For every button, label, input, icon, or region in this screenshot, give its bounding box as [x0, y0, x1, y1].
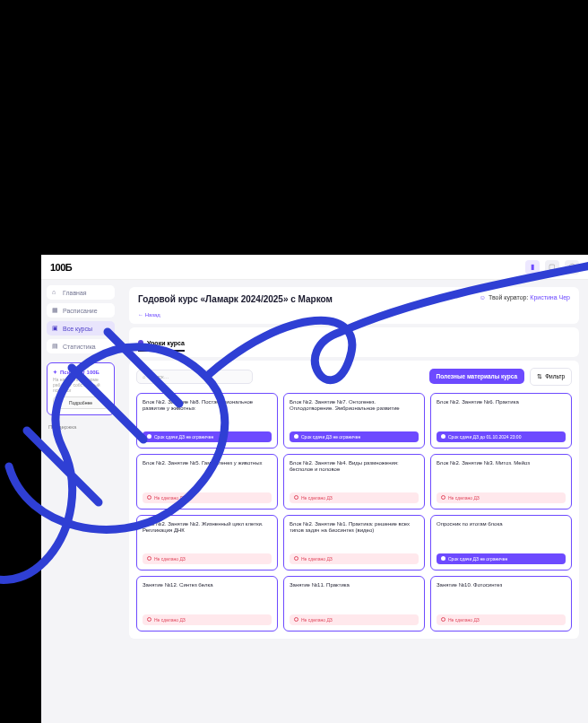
- stats-icon: ▤: [52, 343, 59, 350]
- deadline-badge: Срок сдачи ДЗ не ограничен: [437, 553, 566, 564]
- filter-button[interactable]: ⇅Фильтр: [530, 368, 572, 386]
- lessons-panel: ⌕Поиск… Полезные материалы курса ⇅Фильтр…: [129, 361, 579, 639]
- notdone-badge: Не сделано ДЗ: [143, 553, 272, 564]
- lesson-card[interactable]: Опросник по итогам блокаСрок сдачи ДЗ не…: [430, 515, 572, 571]
- sidebar-item-label: Статистика: [63, 344, 96, 350]
- notdone-badge: Не сделано ДЗ: [437, 492, 566, 503]
- lesson-card[interactable]: Блок №2. Занятие №4. Виды размножения: б…: [283, 454, 425, 510]
- sidebar-item-home[interactable]: ⌂Главная: [47, 285, 115, 300]
- lock-icon: [147, 434, 151, 439]
- lesson-card[interactable]: Блок №2. Занятие №3. Митоз. МейозНе сдел…: [430, 454, 572, 510]
- cart-icon[interactable]: ▢: [545, 260, 559, 274]
- lock-icon: [294, 434, 298, 439]
- topbar: 100Б ▮ ▢ ◯: [41, 255, 588, 280]
- lock-icon: [441, 434, 445, 439]
- pencil-icon: [441, 617, 445, 622]
- back-link[interactable]: ← Назад: [138, 312, 160, 318]
- main-content: Годовой курс «Ламарк 2024/2025» с Марком…: [120, 280, 588, 723]
- lesson-title: Блок №2. Занятие №5. Гаметогенез у живот…: [143, 460, 272, 467]
- lesson-card[interactable]: Занятие №11. ПрактикаНе сделано ДЗ: [283, 576, 425, 632]
- pencil-icon: [294, 495, 298, 500]
- lesson-title: Блок №2. Занятие №7. Онтогенез. Оплодотв…: [290, 399, 419, 413]
- psych-title: ✦Психолог 100Б: [53, 369, 108, 375]
- calendar-icon: ▦: [52, 307, 59, 314]
- deadline-badge: Срок сдачи ДЗ не ограничен: [143, 431, 272, 442]
- lesson-title: Опросник по итогам блока: [437, 521, 566, 528]
- sidebar-item-label: Расписание: [63, 308, 98, 314]
- lesson-title: Блок №2. Занятие №1. Практика: решение в…: [290, 521, 419, 535]
- psych-more-button[interactable]: Подробнее: [53, 396, 108, 409]
- person-icon: ☺: [480, 294, 486, 301]
- sidebar-item-label: Все курсы: [63, 326, 92, 332]
- search-icon: ⌕: [143, 374, 146, 379]
- notdone-badge: Не сделано ДЗ: [290, 492, 419, 503]
- curator-info: ☺Твой куратор: Кристина Чер: [480, 294, 570, 301]
- curator-label: Твой куратор:: [489, 294, 528, 301]
- home-icon: ⌂: [52, 289, 59, 296]
- lesson-card[interactable]: Блок №2. Занятие №6. ПрактикаСрок сдачи …: [430, 393, 572, 449]
- sparkle-icon: ✦: [53, 369, 57, 375]
- notdone-badge: Не сделано ДЗ: [143, 614, 272, 625]
- lesson-title: Блок №2. Занятие №3. Митоз. Мейоз: [437, 460, 566, 467]
- lesson-title: Занятие №12. Синтез белка: [143, 582, 272, 589]
- sidebar-item-courses[interactable]: ▣Все курсы: [47, 321, 115, 335]
- tab-lessons[interactable]: Уроки курса: [138, 340, 185, 352]
- briefcase-icon: ▣: [52, 325, 59, 332]
- notdone-badge: Не сделано ДЗ: [143, 492, 272, 503]
- lesson-card[interactable]: Блок №2. Занятие №2. Жизненный цикл клет…: [136, 515, 278, 571]
- psychologist-card: ✦Психолог 100Б На нашей платформе работа…: [47, 362, 115, 415]
- lesson-title: Блок №2. Занятие №4. Виды размножения: б…: [290, 460, 419, 474]
- lesson-card[interactable]: Блок №2. Занятие №8. Постэмбриональное р…: [136, 393, 278, 449]
- course-title: Годовой курс «Ламарк 2024/2025» с Марком: [138, 294, 333, 304]
- lessons-grid: Блок №2. Занятие №8. Постэмбриональное р…: [136, 393, 572, 632]
- pencil-icon: [441, 495, 445, 500]
- lesson-card[interactable]: Блок №2. Занятие №7. Онтогенез. Оплодотв…: [283, 393, 425, 449]
- psych-subtitle: На нашей платформе работает собственный …: [53, 377, 108, 393]
- lesson-title: Занятие №11. Практика: [290, 582, 419, 589]
- lesson-card[interactable]: Блок №2. Занятие №1. Практика: решение в…: [283, 515, 425, 571]
- filter-icon: ⇅: [537, 373, 542, 380]
- lesson-card[interactable]: Занятие №12. Синтез белкаНе сделано ДЗ: [136, 576, 278, 632]
- lesson-title: Блок №2. Занятие №8. Постэмбриональное р…: [143, 399, 272, 413]
- deadline-badge: Срок сдачи ДЗ до 01.10.2024 23:00: [437, 431, 566, 442]
- sidebar-item-schedule[interactable]: ▦Расписание: [47, 303, 115, 318]
- lesson-card[interactable]: Занятие №10. ФотосинтезНе сделано ДЗ: [430, 576, 572, 632]
- pencil-icon: [147, 556, 151, 561]
- tabs: Уроки курса: [129, 327, 579, 357]
- pencil-icon: [294, 556, 298, 561]
- profile-icon[interactable]: ◯: [565, 260, 579, 274]
- toolbar: ⌕Поиск… Полезные материалы курса ⇅Фильтр: [136, 368, 572, 386]
- course-header: Годовой курс «Ламарк 2024/2025» с Марком…: [129, 287, 579, 324]
- lesson-title: Блок №2. Занятие №2. Жизненный цикл клет…: [143, 521, 272, 535]
- notdone-badge: Не сделано ДЗ: [290, 614, 419, 625]
- sidebar-item-label: Главная: [63, 290, 87, 296]
- search-input[interactable]: ⌕Поиск…: [136, 370, 253, 384]
- lesson-card[interactable]: Блок №2. Занятие №5. Гаметогенез у живот…: [136, 454, 278, 510]
- lock-icon: [441, 556, 445, 561]
- lesson-title: Занятие №10. Фотосинтез: [437, 582, 566, 589]
- deadline-badge: Срок сдачи ДЗ не ограничен: [290, 431, 419, 442]
- dot-icon: [138, 340, 143, 345]
- pencil-icon: [147, 495, 151, 500]
- notdone-badge: Не сделано ДЗ: [290, 553, 419, 564]
- logo: 100Б: [50, 262, 72, 273]
- materials-button[interactable]: Полезные материалы курса: [429, 369, 525, 384]
- curator-name[interactable]: Кристина Чер: [530, 294, 570, 301]
- pencil-icon: [294, 617, 298, 622]
- sidebar-item-stats[interactable]: ▤Статистика: [47, 339, 115, 353]
- support-link[interactable]: Поддержка: [47, 424, 115, 430]
- tab-label: Уроки курса: [147, 340, 185, 346]
- pencil-icon: [147, 617, 151, 622]
- gift-icon[interactable]: ▮: [525, 260, 540, 274]
- top-icons: ▮ ▢ ◯: [525, 260, 579, 274]
- sidebar: ⌂Главная ▦Расписание ▣Все курсы ▤Статист…: [41, 280, 120, 723]
- lesson-title: Блок №2. Занятие №6. Практика: [437, 399, 566, 406]
- notdone-badge: Не сделано ДЗ: [437, 614, 566, 625]
